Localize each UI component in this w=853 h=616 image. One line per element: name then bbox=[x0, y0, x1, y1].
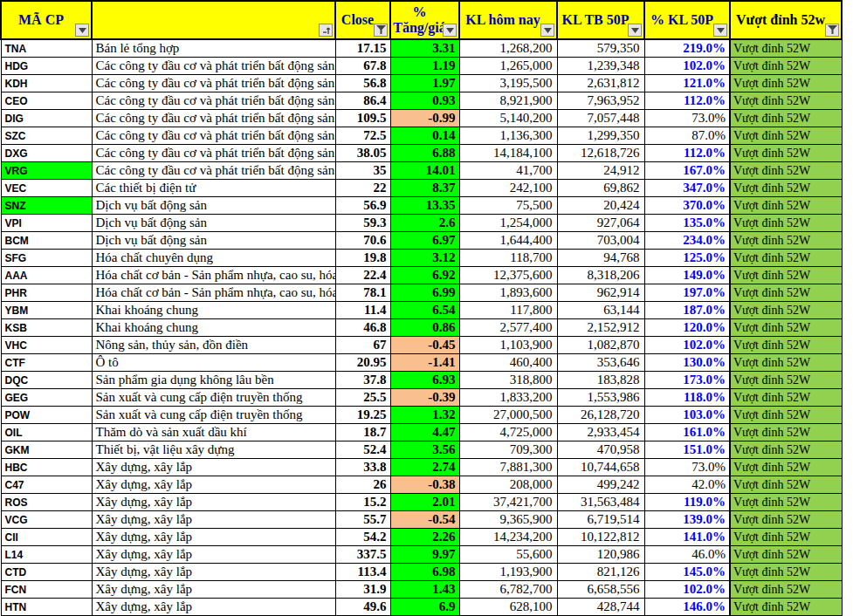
breakout-52w-cell[interactable]: Vượt đỉnh 52W bbox=[730, 529, 842, 546]
stock-code-cell[interactable]: DQC bbox=[1, 372, 92, 389]
volume-today-cell[interactable]: 37,421,700 bbox=[459, 494, 557, 511]
pct-change-cell[interactable]: 6.93 bbox=[390, 372, 459, 389]
breakout-52w-cell[interactable]: Vượt đỉnh 52W bbox=[730, 511, 842, 529]
sector-cell[interactable]: Xây dựng, xây lắp bbox=[92, 599, 335, 616]
close-price-cell[interactable]: 337.5 bbox=[335, 546, 390, 564]
close-price-cell[interactable]: 37.8 bbox=[335, 372, 390, 389]
stock-code-cell[interactable]: BCM bbox=[1, 232, 92, 250]
pct-change-cell[interactable]: 3.31 bbox=[390, 39, 459, 58]
breakout-52w-cell[interactable]: Vượt đỉnh 52W bbox=[730, 441, 842, 459]
volume-today-cell[interactable]: 2,577,400 bbox=[459, 319, 557, 337]
close-price-cell[interactable]: 20.95 bbox=[335, 354, 390, 372]
volume-today-cell[interactable]: 117,800 bbox=[459, 302, 557, 319]
breakout-52w-cell[interactable]: Vượt đỉnh 52W bbox=[730, 180, 842, 197]
pct-volume-50p-cell[interactable]: 112.0% bbox=[644, 92, 730, 110]
close-price-cell[interactable]: 109.5 bbox=[335, 110, 390, 127]
breakout-52w-cell[interactable]: Vượt đỉnh 52W bbox=[730, 58, 842, 75]
volume-today-cell[interactable]: 709,300 bbox=[459, 441, 557, 459]
volume-today-cell[interactable]: 1,265,000 bbox=[459, 58, 557, 75]
column-header[interactable]: % KL 50P bbox=[644, 1, 730, 39]
close-price-cell[interactable]: 56.9 bbox=[335, 197, 390, 215]
volume-avg-50p-cell[interactable]: 20,424 bbox=[557, 197, 644, 215]
stock-code-cell[interactable]: VPI bbox=[1, 215, 92, 232]
pct-change-cell[interactable]: 1.32 bbox=[390, 407, 459, 424]
pct-change-cell[interactable]: 6.98 bbox=[390, 564, 459, 581]
breakout-52w-cell[interactable]: Vượt đỉnh 52W bbox=[730, 162, 842, 180]
sector-cell[interactable]: Các công ty đầu cơ và phát triển bất độn… bbox=[92, 127, 335, 145]
filter-dropdown-button[interactable] bbox=[713, 24, 727, 37]
volume-avg-50p-cell[interactable]: 69,862 bbox=[557, 180, 644, 197]
volume-today-cell[interactable]: 41,700 bbox=[459, 162, 557, 180]
close-price-cell[interactable]: 54.2 bbox=[335, 529, 390, 546]
stock-code-cell[interactable]: POW bbox=[1, 407, 92, 424]
stock-code-cell[interactable]: DXG bbox=[1, 145, 92, 162]
column-header[interactable]: MÃ CP bbox=[1, 1, 92, 39]
pct-volume-50p-cell[interactable]: 102.0% bbox=[644, 581, 730, 599]
pct-change-cell[interactable]: 0.93 bbox=[390, 92, 459, 110]
volume-today-cell[interactable]: 1,893,600 bbox=[459, 284, 557, 302]
sector-cell[interactable]: Thăm dò và sản xuất dầu khí bbox=[92, 424, 335, 441]
sector-cell[interactable]: Các công ty đầu cơ và phát triển bất độn… bbox=[92, 145, 335, 162]
close-price-cell[interactable]: 38.05 bbox=[335, 145, 390, 162]
pct-volume-50p-cell[interactable]: 370.0% bbox=[644, 197, 730, 215]
close-price-cell[interactable]: 26 bbox=[335, 476, 390, 494]
pct-volume-50p-cell[interactable]: 151.0% bbox=[644, 441, 730, 459]
sector-cell[interactable]: Xây dựng, xây lắp bbox=[92, 494, 335, 511]
stock-code-cell[interactable]: YBM bbox=[1, 302, 92, 319]
breakout-52w-cell[interactable]: Vượt đỉnh 52W bbox=[730, 337, 842, 354]
pct-change-cell[interactable]: 1.97 bbox=[390, 75, 459, 92]
close-price-cell[interactable]: 56.8 bbox=[335, 75, 390, 92]
breakout-52w-cell[interactable]: Vượt đỉnh 52W bbox=[730, 407, 842, 424]
volume-today-cell[interactable]: 208,000 bbox=[459, 476, 557, 494]
sector-cell[interactable]: Nông sản, thủy sản, đồn điền bbox=[92, 337, 335, 354]
close-price-cell[interactable]: 72.5 bbox=[335, 127, 390, 145]
volume-avg-50p-cell[interactable]: 2,631,812 bbox=[557, 75, 644, 92]
close-price-cell[interactable]: 55.7 bbox=[335, 511, 390, 529]
volume-avg-50p-cell[interactable]: 63,144 bbox=[557, 302, 644, 319]
stock-code-cell[interactable]: HTN bbox=[1, 599, 92, 616]
volume-avg-50p-cell[interactable]: 12,618,726 bbox=[557, 145, 644, 162]
pct-volume-50p-cell[interactable]: 141.0% bbox=[644, 529, 730, 546]
pct-volume-50p-cell[interactable]: 161.0% bbox=[644, 424, 730, 441]
pct-volume-50p-cell[interactable]: 118.0% bbox=[644, 389, 730, 407]
sector-cell[interactable]: Các công ty đầu cơ và phát triển bất độn… bbox=[92, 58, 335, 75]
volume-today-cell[interactable]: 118,700 bbox=[459, 250, 557, 267]
sector-cell[interactable]: Xây dựng, xây lắp bbox=[92, 546, 335, 564]
sector-cell[interactable]: Hóa chất chuyên dụng bbox=[92, 250, 335, 267]
pct-volume-50p-cell[interactable]: 102.0% bbox=[644, 337, 730, 354]
volume-today-cell[interactable]: 27,000,500 bbox=[459, 407, 557, 424]
pct-volume-50p-cell[interactable]: 187.0% bbox=[644, 302, 730, 319]
stock-code-cell[interactable]: OIL bbox=[1, 424, 92, 441]
close-price-cell[interactable]: 25.5 bbox=[335, 389, 390, 407]
volume-today-cell[interactable]: 1,833,200 bbox=[459, 389, 557, 407]
volume-avg-50p-cell[interactable]: 26,128,720 bbox=[557, 407, 644, 424]
pct-change-cell[interactable]: -0.39 bbox=[390, 389, 459, 407]
stock-code-cell[interactable]: CII bbox=[1, 529, 92, 546]
sector-cell[interactable]: Hóa chất cơ bản - Sản phẩm nhựa, cao su,… bbox=[92, 267, 335, 284]
sector-cell[interactable]: Bán lẻ tổng hợp bbox=[92, 39, 335, 58]
volume-avg-50p-cell[interactable]: 31,563,484 bbox=[557, 494, 644, 511]
sector-cell[interactable]: Các công ty đầu cơ và phát triển bất độn… bbox=[92, 75, 335, 92]
volume-today-cell[interactable]: 14,184,100 bbox=[459, 145, 557, 162]
sector-cell[interactable]: Xây dựng, xây lắp bbox=[92, 529, 335, 546]
breakout-52w-cell[interactable]: Vượt đỉnh 52W bbox=[730, 267, 842, 284]
pct-change-cell[interactable]: 6.9 bbox=[390, 599, 459, 616]
volume-avg-50p-cell[interactable]: 1,239,348 bbox=[557, 58, 644, 75]
pct-change-cell[interactable]: -1.41 bbox=[390, 354, 459, 372]
volume-today-cell[interactable]: 75,500 bbox=[459, 197, 557, 215]
pct-volume-50p-cell[interactable]: 234.0% bbox=[644, 232, 730, 250]
volume-avg-50p-cell[interactable]: 1,553,986 bbox=[557, 389, 644, 407]
sector-cell[interactable]: Các thiết bị điện tử bbox=[92, 180, 335, 197]
close-price-cell[interactable]: 15.2 bbox=[335, 494, 390, 511]
volume-avg-50p-cell[interactable]: 821,126 bbox=[557, 564, 644, 581]
pct-volume-50p-cell[interactable]: 145.0% bbox=[644, 564, 730, 581]
stock-code-cell[interactable]: VHC bbox=[1, 337, 92, 354]
filter-dropdown-button[interactable] bbox=[628, 24, 642, 37]
close-price-cell[interactable]: 113.4 bbox=[335, 564, 390, 581]
filter-dropdown-button[interactable] bbox=[443, 24, 457, 37]
volume-today-cell[interactable]: 1,254,000 bbox=[459, 215, 557, 232]
breakout-52w-cell[interactable]: Vượt đỉnh 52W bbox=[730, 476, 842, 494]
pct-change-cell[interactable]: 0.14 bbox=[390, 127, 459, 145]
breakout-52w-cell[interactable]: Vượt đỉnh 52W bbox=[730, 215, 842, 232]
filter-dropdown-button[interactable] bbox=[75, 24, 89, 37]
